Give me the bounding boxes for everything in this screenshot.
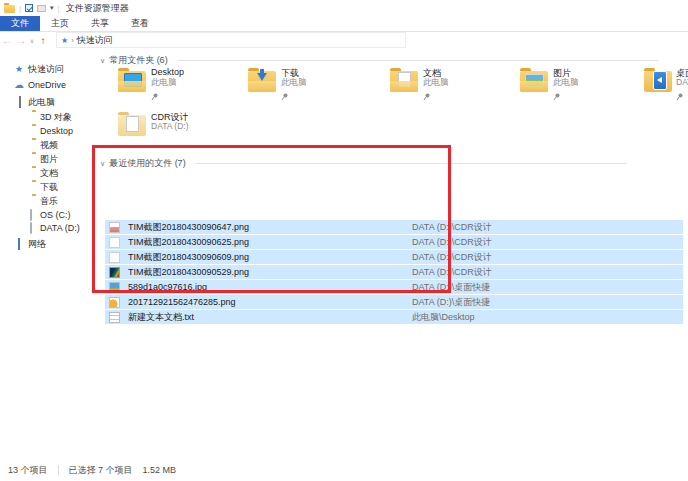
navigation-pane: ★ 快速访问 ☁ OneDrive 此电脑 3D 对象 Desktop 视频 图… [0, 50, 98, 457]
pictures-folder-icon [520, 71, 548, 92]
sidebar-item-quick-access[interactable]: ★ 快速访问 [14, 63, 64, 75]
sidebar-item-desktop[interactable]: Desktop [26, 125, 73, 137]
up-icon[interactable]: ↑ [36, 35, 50, 46]
computer-icon [14, 97, 24, 107]
selection-size: 1.52 MB [143, 465, 177, 475]
recent-locations-icon[interactable]: ∨ [28, 37, 36, 44]
sidebar-item-videos[interactable]: 视频 [26, 139, 58, 151]
drive-icon [26, 210, 36, 220]
tab-home[interactable]: 主页 [40, 16, 80, 31]
file-row[interactable]: TIM截图20180430090529.png DATA (D:)\CDR设计 [105, 265, 683, 279]
forward-icon[interactable]: → [14, 35, 28, 46]
image-file-icon [109, 297, 120, 308]
sidebar-item-downloads[interactable]: 下载 [26, 181, 58, 193]
separator: | [19, 4, 21, 13]
sidebar-item-3d-objects[interactable]: 3D 对象 [26, 111, 72, 123]
cdr-folder-icon [118, 115, 146, 136]
toolbar-dropdown-icon[interactable]: ▾ [50, 4, 54, 12]
image-file-icon [109, 252, 120, 263]
divider [58, 465, 59, 475]
folder-icon [26, 140, 36, 150]
sidebar-item-this-pc[interactable]: 此电脑 [14, 96, 55, 108]
separator: | [58, 4, 60, 13]
properties-icon[interactable] [25, 4, 33, 12]
folder-tile-desktop-shortcut[interactable]: 桌面快捷 DATA (D:) [644, 67, 688, 101]
ribbon-tab-bar: 文件 主页 共享 查看 [0, 16, 688, 32]
tab-view[interactable]: 查看 [120, 16, 160, 31]
folder-icon [26, 126, 36, 136]
file-row[interactable]: 新建文本文档.txt 此电脑\Desktop [105, 310, 683, 324]
text-file-icon [109, 312, 120, 323]
file-row[interactable]: TIM截图20180430090647.png DATA (D:)\CDR设计 [105, 220, 683, 234]
breadcrumb-separator: › [71, 36, 74, 45]
status-bar: 13 个项目 已选择 7 个项目 1.52 MB [0, 459, 688, 481]
tab-file[interactable]: 文件 [0, 16, 40, 31]
quick-access-icon: ★ [61, 36, 68, 45]
new-folder-icon[interactable] [37, 5, 46, 12]
folder-tile-downloads[interactable]: 下载 此电脑 [248, 67, 376, 101]
pin-icon [281, 87, 288, 105]
image-file-icon [109, 222, 120, 233]
group-header-recent-files[interactable]: ∨ 最近使用的文件 (7) [100, 157, 626, 170]
selection-count: 已选择 7 个项目 [69, 464, 133, 477]
desktop-folder-icon [118, 71, 146, 92]
sidebar-item-network[interactable]: 网络 [14, 238, 46, 250]
file-row[interactable]: 201712921562476285.png DATA (D:)\桌面快捷 [105, 295, 683, 309]
network-icon [14, 239, 24, 249]
title-bar: | ▾ | 文件资源管理器 [0, 0, 688, 16]
folder-icon [26, 112, 36, 122]
file-list-pane: ∨ 常用文件夹 (6) Desktop 此电脑 下载 此电脑 文档 此电脑 图片… [98, 50, 688, 457]
file-row[interactable]: TIM截图20180430090625.png DATA (D:)\CDR设计 [105, 235, 683, 249]
star-icon: ★ [14, 64, 24, 74]
folder-icon [26, 154, 36, 164]
window-title: 文件资源管理器 [66, 2, 129, 15]
documents-folder-icon [390, 71, 418, 92]
navigation-bar: ← → ∨ ↑ ★ › 快速访问 [0, 31, 688, 49]
folder-icon [26, 182, 36, 192]
drive-icon [26, 223, 36, 233]
explorer-folder-icon [4, 5, 15, 13]
pin-icon [423, 87, 430, 105]
image-file-icon [109, 282, 120, 293]
image-file-icon [109, 267, 120, 278]
pin-icon [676, 87, 683, 105]
chevron-down-icon[interactable]: ∨ [100, 160, 105, 168]
cloud-icon: ☁ [14, 80, 24, 90]
file-row[interactable]: 589d1a0c97616.jpg DATA (D:)\桌面快捷 [105, 280, 683, 294]
divider [196, 163, 626, 164]
item-count: 13 个项目 [8, 464, 48, 477]
downloads-folder-icon [248, 71, 276, 92]
divider [178, 60, 658, 61]
pin-icon [151, 87, 158, 105]
folder-icon [26, 168, 36, 178]
folder-tile-pictures[interactable]: 图片 此电脑 [520, 67, 648, 101]
folder-tile-documents[interactable]: 文档 此电脑 [390, 67, 518, 101]
image-file-icon [109, 237, 120, 248]
sidebar-item-os-c[interactable]: OS (C:) [26, 209, 71, 221]
shortcut-folder-icon [644, 71, 672, 92]
sidebar-item-data-d[interactable]: DATA (D:) [26, 222, 80, 234]
group-header-frequent-folders[interactable]: ∨ 常用文件夹 (6) [100, 54, 658, 67]
breadcrumb[interactable]: 快速访问 [77, 34, 113, 47]
sidebar-item-documents[interactable]: 文档 [26, 167, 58, 179]
file-row[interactable]: TIM截图20180430090609.png DATA (D:)\CDR设计 [105, 250, 683, 264]
sidebar-item-onedrive[interactable]: ☁ OneDrive [14, 79, 66, 91]
address-bar[interactable]: ★ › 快速访问 [56, 32, 406, 48]
sidebar-item-pictures[interactable]: 图片 [26, 153, 58, 165]
pin-icon [553, 87, 560, 105]
chevron-down-icon[interactable]: ∨ [100, 57, 105, 65]
folder-tile-desktop[interactable]: Desktop 此电脑 [118, 67, 246, 101]
folder-icon [26, 196, 36, 206]
back-icon[interactable]: ← [0, 35, 14, 46]
sidebar-item-music[interactable]: 音乐 [26, 195, 58, 207]
tab-share[interactable]: 共享 [80, 16, 120, 31]
recent-files-list: TIM截图20180430090647.png DATA (D:)\CDR设计 … [105, 220, 683, 325]
folder-tile-cdr[interactable]: CDR设计 DATA (D:) [118, 111, 246, 145]
